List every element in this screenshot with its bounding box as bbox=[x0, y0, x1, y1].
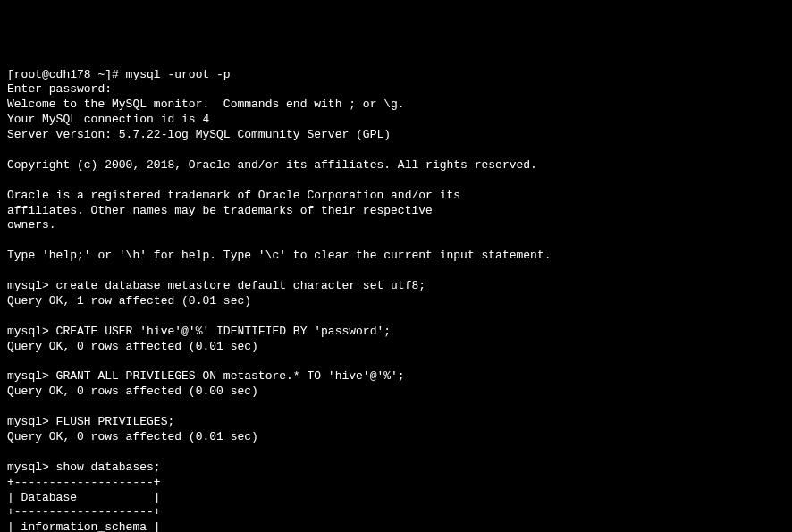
terminal-line: Query OK, 0 rows affected (0.01 sec) bbox=[7, 430, 258, 443]
terminal-line: Server version: 5.7.22-log MySQL Communi… bbox=[7, 128, 391, 141]
terminal-line: Type 'help;' or '\h' for help. Type '\c'… bbox=[7, 249, 552, 262]
terminal-line: affiliates. Other names may be trademark… bbox=[7, 204, 433, 217]
terminal-line: Query OK, 1 row affected (0.01 sec) bbox=[7, 294, 251, 308]
terminal-line: +--------------------+ bbox=[7, 505, 161, 519]
terminal-line: Query OK, 0 rows affected (0.00 sec) bbox=[7, 384, 258, 398]
terminal-output[interactable]: [root@cdh178 ~]# mysql -uroot -p Enter p… bbox=[7, 68, 785, 532]
terminal-line: | information_schema | bbox=[7, 520, 161, 532]
terminal-line: mysql> FLUSH PRIVILEGES; bbox=[7, 415, 174, 428]
terminal-line: Copyright (c) 2000, 2018, Oracle and/or … bbox=[7, 158, 537, 172]
terminal-line: | Database | bbox=[7, 491, 161, 504]
terminal-line: +--------------------+ bbox=[7, 476, 161, 489]
terminal-line: owners. bbox=[7, 218, 56, 232]
terminal-line: Query OK, 0 rows affected (0.01 sec) bbox=[7, 340, 258, 353]
terminal-line: mysql> CREATE USER 'hive'@'%' IDENTIFIED… bbox=[7, 325, 391, 338]
terminal-line: Enter password: bbox=[7, 82, 112, 96]
terminal-line: mysql> GRANT ALL PRIVILEGES ON metastore… bbox=[7, 369, 405, 383]
terminal-line: Welcome to the MySQL monitor. Commands e… bbox=[7, 97, 405, 111]
terminal-line: Your MySQL connection id is 4 bbox=[7, 113, 209, 126]
terminal-line: mysql> create database metastore default… bbox=[7, 279, 425, 292]
terminal-line: Oracle is a registered trademark of Orac… bbox=[7, 189, 460, 202]
terminal-line: mysql> show databases; bbox=[7, 460, 161, 474]
terminal-line: [root@cdh178 ~]# mysql -uroot -p bbox=[7, 68, 231, 81]
